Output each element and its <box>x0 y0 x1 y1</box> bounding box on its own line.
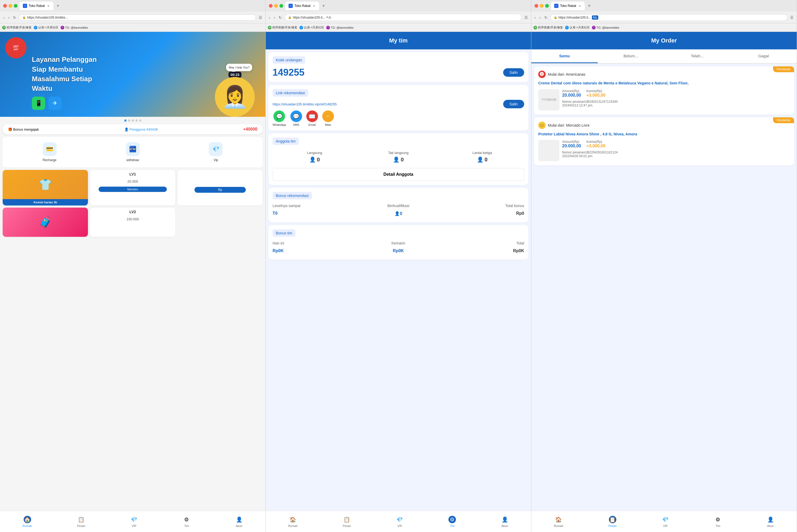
forward-button[interactable]: › <box>7 15 11 20</box>
nav-tim-3[interactable]: ⚙ Tim <box>714 516 722 528</box>
back-button-3[interactable]: ‹ <box>534 15 537 20</box>
back-button[interactable]: ‹ <box>2 15 5 20</box>
menu-button-2[interactable]: ☰ <box>523 15 529 20</box>
tab-close-button[interactable]: ✕ <box>47 4 50 8</box>
withdraw-btn[interactable]: 🏧 withdraw <box>126 142 140 162</box>
active-tab[interactable]: T Toko Rabat ✕ <box>20 2 53 10</box>
anggota-section: Anggota tim Langsung 👤0 Tak langsung 👤0 <box>268 133 529 185</box>
new-tab-button-3[interactable]: + <box>586 3 593 9</box>
salin-link-btn[interactable]: Salin <box>503 100 524 108</box>
nav-vip-2[interactable]: 💎 VIP <box>396 516 404 528</box>
share-mais[interactable]: ··· Mais <box>322 110 334 126</box>
reload-button-2[interactable]: ↻ <box>278 15 283 20</box>
vip-label: Vip <box>214 158 218 162</box>
new-tab-button[interactable]: + <box>54 3 62 9</box>
recharge-label: Recharge <box>42 158 56 162</box>
active-tab-2[interactable]: T Toko Rabat ✕ <box>285 2 319 10</box>
order-card-1[interactable]: Pendente 🅐 Mulai dari: Americanas Creme … <box>534 66 794 115</box>
detail-anggota-btn[interactable]: Detail Anggota <box>273 168 524 181</box>
product-card-2[interactable]: LV1 20.000 Membro <box>90 170 175 206</box>
bookmark-3-1[interactable]: ⚙ 程序搭建/开发/修复 <box>534 25 563 30</box>
nav-rumah-1[interactable]: 🏠 Rumah <box>23 516 32 528</box>
bookmark-1[interactable]: ⚙ 程序搭建/开发/修复 <box>2 25 32 30</box>
tab-close-button-2[interactable]: ✕ <box>312 4 316 8</box>
tab-semu[interactable]: Semυ <box>531 50 598 63</box>
share-whatsapp[interactable]: 💬 WhatsApp <box>273 110 286 126</box>
close-button[interactable] <box>3 4 7 8</box>
hero-text: 24/7 24/7 Layanan Pelanggan Siap Membant… <box>5 39 260 110</box>
product-card-3[interactable]: Rp <box>178 170 263 206</box>
order-card-2[interactable]: Pendente 😊 Mulai dari: Mercado Livre Pro… <box>534 117 794 166</box>
nav-tim-1[interactable]: ⚙ Tim <box>183 516 190 528</box>
url-bar-1[interactable]: 🔒 https://shuadan105.timibbs... <box>19 14 256 21</box>
bookmark-3-3[interactable]: T TG: @tianmeibbs <box>592 26 619 30</box>
dots-indicator <box>0 117 265 124</box>
bookmark-2[interactable]: ✓ 认准->天美社区 <box>34 25 58 30</box>
menu-button[interactable]: ☰ <box>258 15 263 20</box>
nav-tim-label: Tim <box>184 524 189 528</box>
product-card-5[interactable]: LV2 150.000 <box>90 208 175 237</box>
reload-button-3[interactable]: ↻ <box>543 15 549 20</box>
nav-vip-label: VIP <box>132 524 136 528</box>
bookmark-2-2[interactable]: ✓ 认准->天美社区 <box>299 25 324 30</box>
pesan-icon-2: 📋 <box>343 516 351 523</box>
bonus-rec-header-2: Berkualifikasi <box>356 204 441 208</box>
maximize-button[interactable] <box>14 4 18 8</box>
menu-button-3[interactable]: ☰ <box>789 15 795 20</box>
nav-rumah-2[interactable]: 🏠 Rumah <box>288 516 298 528</box>
tab-close-button-3[interactable]: ✕ <box>578 4 581 8</box>
forward-button-3[interactable]: › <box>538 15 542 20</box>
product-card-1[interactable]: 👕 Komisi harian 3k <box>3 170 88 206</box>
link-section: Link rekomendasi https://shuadan105.timi… <box>268 85 529 131</box>
bookmark-2-3[interactable]: T TG: @tianmeibbs <box>326 26 354 30</box>
vip-btn[interactable]: 💎 Vip <box>209 142 223 162</box>
recharge-icon: 💳 <box>43 142 57 156</box>
bonus-tim-val-2: Rp0K <box>356 248 441 253</box>
close-button-3[interactable] <box>535 4 538 8</box>
nav-tim-2[interactable]: ⚙ Tim <box>448 516 456 528</box>
nav-pesan-1[interactable]: 📋 Pesan <box>77 516 85 528</box>
back-button-2[interactable]: ‹ <box>268 15 271 20</box>
salin-code-btn[interactable]: Salin <box>503 68 524 77</box>
recharge-btn[interactable]: 💳 Recharge <box>42 142 56 162</box>
maximize-button-3[interactable] <box>545 4 549 8</box>
nav-akun-3[interactable]: 👤 Akun <box>767 516 774 528</box>
telegram-icon-btn[interactable]: ✈ <box>48 97 62 110</box>
bookmark-3[interactable]: T TG: @tianmeibbs <box>60 26 88 30</box>
share-sms[interactable]: 💬 SMS <box>290 110 302 126</box>
tab-gagal[interactable]: Gagal <box>730 50 797 63</box>
nav-vip-1[interactable]: 💎 VIP <box>130 516 138 528</box>
order-tabs: Semυ Belum... Telah... Gagal <box>531 50 797 64</box>
url-bar-2[interactable]: 🔒 https://shuadan105.ti... Aあ <box>284 14 522 21</box>
minimize-button-3[interactable] <box>540 4 543 8</box>
hero-line3: Masalahmu Setiap <box>32 74 260 83</box>
tab-belum[interactable]: Belum... <box>598 50 664 63</box>
product-card-4[interactable]: 🧳 <box>3 208 88 237</box>
nav-pesan-2[interactable]: 📋 Pesan <box>343 516 351 528</box>
tag-membro: Membro <box>98 187 167 192</box>
product-level-5: LV2 <box>90 208 175 216</box>
tab-telah[interactable]: Telah... <box>664 50 730 63</box>
active-tab-3[interactable]: T Toko Rabat ✕ <box>551 2 585 10</box>
new-tab-button-2[interactable]: + <box>320 3 327 9</box>
url-text-1: https://shuadan105.timibbs... <box>27 16 68 19</box>
bookmark-2-1[interactable]: ⚙ 程序搭建/开发/修复 <box>268 25 297 30</box>
nav-vip-3[interactable]: 💎 VIP <box>662 516 669 528</box>
nav-akun-2[interactable]: 👤 Akun <box>501 516 508 528</box>
order-info-1: Amount(Rp) 20.000,00 Komisi(Rp) +3.000,0… <box>562 89 790 110</box>
nav-rumah-3[interactable]: 🏠 Rumah <box>554 516 563 528</box>
title-bar-2: T Toko Rabat ✕ + <box>266 0 531 12</box>
nav-akun-1[interactable]: 👤 Akun <box>235 516 243 528</box>
forward-button-2[interactable]: › <box>273 15 276 20</box>
close-button-2[interactable] <box>269 4 273 8</box>
nav-pesan-3[interactable]: 📋 Pesan <box>608 516 617 528</box>
share-email[interactable]: ✉️ Email <box>306 110 318 126</box>
minimize-button-2[interactable] <box>274 4 278 8</box>
bookmark-3-2[interactable]: ✓ 认准->天美社区 <box>565 25 590 30</box>
pendente-badge-2: Pendente <box>773 117 794 123</box>
maximize-button-2[interactable] <box>279 4 283 8</box>
whatsapp-icon-btn[interactable]: 📱 <box>32 97 45 110</box>
minimize-button[interactable] <box>8 4 12 8</box>
url-bar-3[interactable]: 🔒 https://shuadan105.ti... Aあ <box>550 14 787 21</box>
reload-button[interactable]: ↻ <box>12 15 17 20</box>
